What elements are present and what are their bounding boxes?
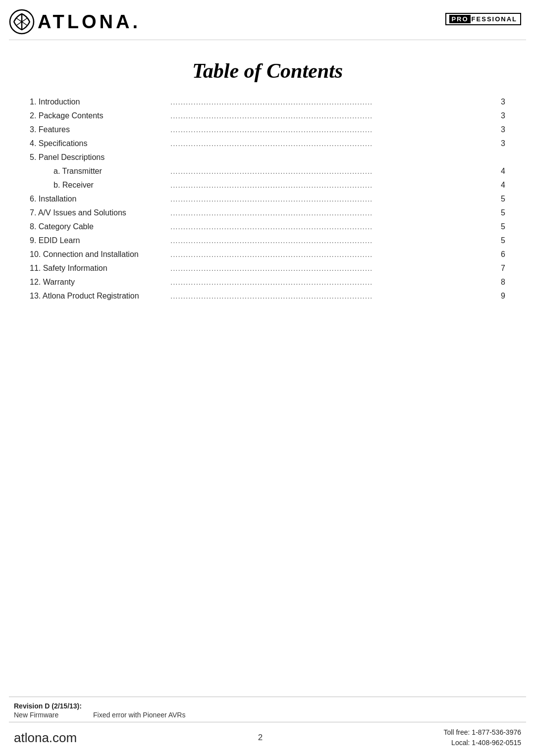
- toc-row: 9. EDID Learn...........................…: [30, 236, 505, 245]
- toc-label: 13. Atlona Product Registration: [30, 292, 168, 301]
- toc-label: 7. A/V Issues and Solutions: [30, 208, 168, 217]
- toc-dots: ........................................…: [168, 292, 493, 300]
- toc-label: 12. Warranty: [30, 278, 168, 287]
- toc-dots: ........................................…: [168, 111, 493, 120]
- toc-row: 7. A/V Issues and Solutions.............…: [30, 208, 505, 217]
- toc-page: 5: [493, 222, 505, 231]
- footer-page-number: 2: [258, 733, 263, 743]
- toc-dots: ........................................…: [168, 167, 493, 175]
- toc-dots: ........................................…: [168, 195, 493, 203]
- toc-page: 9: [493, 292, 505, 301]
- revision-col2: Fixed error with Pioneer AVRs: [93, 711, 185, 719]
- header-divider: [9, 40, 526, 40]
- toc-page: 5: [493, 208, 505, 217]
- footer-revision: Revision D (2/15/13): New Firmware Fixed…: [0, 697, 535, 722]
- toc-dots: ........................................…: [168, 208, 493, 217]
- toc-dots: ........................................…: [168, 264, 493, 272]
- toc-label: 11. Safety Information: [30, 264, 168, 273]
- toc-dots: ........................................…: [168, 139, 493, 148]
- professional-badge: PRO FESSIONAL: [445, 13, 521, 25]
- footer-section: Revision D (2/15/13): New Firmware Fixed…: [0, 697, 535, 756]
- toc-row: 1. Introduction.........................…: [30, 98, 505, 106]
- toc-label: b. Receiver: [30, 181, 168, 190]
- toc-page: 3: [493, 98, 505, 106]
- revision-row: New Firmware Fixed error with Pioneer AV…: [14, 711, 521, 719]
- toc-label: 1. Introduction: [30, 98, 168, 106]
- local-phone: Local: 1-408-962-0515: [444, 738, 521, 748]
- toc-row: 3. Features.............................…: [30, 125, 505, 134]
- header: ATLONA. PRO FESSIONAL: [0, 0, 535, 35]
- toc-label: 10. Connection and Installation: [30, 250, 168, 259]
- toc-label: 5. Panel Descriptions: [30, 153, 168, 162]
- toc-page: 6: [493, 250, 505, 259]
- toc-row: 2. Package Contents.....................…: [30, 111, 505, 120]
- toc-label: 8. Category Cable: [30, 222, 168, 231]
- logo-text: ATLONA.: [38, 11, 141, 33]
- atlona-logo-icon: [9, 9, 35, 35]
- toc-page: 5: [493, 195, 505, 203]
- toc-row: a. Transmitter..........................…: [30, 167, 505, 176]
- revision-col1: New Firmware: [14, 711, 73, 719]
- toc-row: 4. Specifications.......................…: [30, 139, 505, 148]
- revision-title: Revision D (2/15/13):: [14, 702, 82, 710]
- page-title: Table of Contents: [0, 59, 535, 83]
- toc-page: 5: [493, 236, 505, 245]
- toc-label: 2. Package Contents: [30, 111, 168, 120]
- toc-page: 3: [493, 111, 505, 120]
- toll-free: Toll free: 1-877-536-3976: [444, 727, 521, 738]
- toc-row: 10. Connection and Installation.........…: [30, 250, 505, 259]
- toc-row: 6. Installation.........................…: [30, 195, 505, 203]
- toc-dots: ........................................…: [168, 278, 493, 286]
- footer-website: atlona.com: [14, 730, 77, 746]
- toc-dots: ........................................…: [168, 250, 493, 258]
- toc-row: 13. Atlona Product Registration.........…: [30, 292, 505, 301]
- toc-page: 4: [493, 167, 505, 176]
- toc-page: 4: [493, 181, 505, 190]
- toc-label: 9. EDID Learn: [30, 236, 168, 245]
- toc-page: 3: [493, 125, 505, 134]
- toc-dots: ........................................…: [168, 125, 493, 134]
- toc-dots: ........................................…: [168, 222, 493, 231]
- toc-row: 12. Warranty............................…: [30, 278, 505, 287]
- toc-dots: ........................................…: [168, 181, 493, 189]
- professional-label: FESSIONAL: [472, 15, 517, 23]
- toc-container: 1. Introduction.........................…: [30, 98, 505, 301]
- toc-label: 6. Installation: [30, 195, 168, 203]
- toc-dots: ........................................…: [168, 236, 493, 245]
- toc-row: 11. Safety Information..................…: [30, 264, 505, 273]
- toc-label: 3. Features: [30, 125, 168, 134]
- toc-label: 4. Specifications: [30, 139, 168, 148]
- toc-row: b. Receiver.............................…: [30, 181, 505, 190]
- pro-prefix: PRO: [449, 15, 470, 23]
- logo-area: ATLONA.: [9, 9, 141, 35]
- footer-phone: Toll free: 1-877-536-3976 Local: 1-408-9…: [444, 727, 521, 748]
- footer-bottom: atlona.com 2 Toll free: 1-877-536-3976 L…: [0, 722, 535, 756]
- toc-page: 8: [493, 278, 505, 287]
- toc-row: 5. Panel Descriptions: [30, 153, 505, 162]
- toc-row: 8. Category Cable.......................…: [30, 222, 505, 231]
- toc-page: 3: [493, 139, 505, 148]
- toc-label: a. Transmitter: [30, 167, 168, 176]
- toc-page: 7: [493, 264, 505, 273]
- toc-dots: ........................................…: [168, 98, 493, 106]
